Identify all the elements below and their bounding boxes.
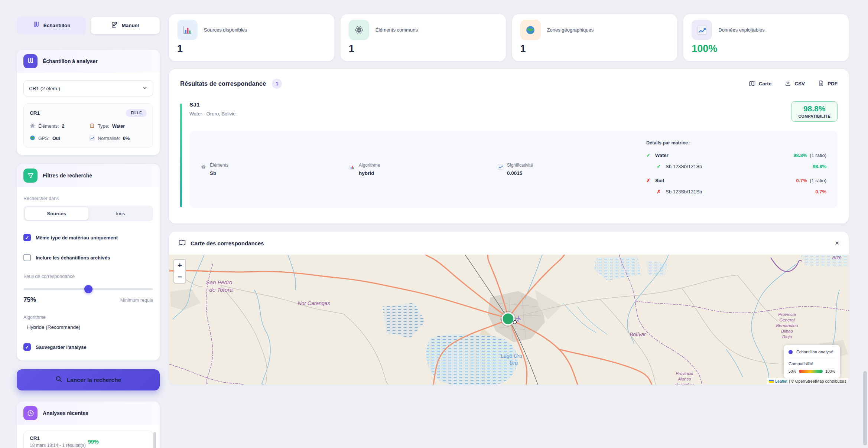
results-card: Résultats de correspondance 1 Carte [169,69,849,223]
field-value: 0% [123,136,130,141]
recent-card: Analyses récentes CR1 18 mars 18:14 - 1 … [17,402,160,448]
archived-checkbox[interactable] [23,254,31,261]
sample-field-normalized: Normalisé: 0% [90,135,147,142]
info-value: hybrid [359,170,380,176]
map-card: Carte des correspondances × [169,232,849,385]
launch-search-button[interactable]: Lancer la recherche [17,369,160,390]
attribution-text: | © OpenStreetMap contributors [789,379,846,383]
scope-tab-tous[interactable]: Tous [88,207,152,220]
map-viewport[interactable]: San Pedro de Totora Nor Carangas Oruro L… [169,255,849,385]
field-label: Type: [98,124,109,129]
zoom-in-button[interactable]: + [174,260,185,271]
recent-scrollbar[interactable] [153,432,156,448]
compatibility-label: COMPATIBILITÉ [798,114,830,118]
filters-card-body: Rechercher dans Sources Tous Même type d… [17,187,160,360]
sample-select[interactable]: CR1 (2 élém.) [23,80,153,97]
info-value: 0.0015 [507,170,533,176]
sample-field-gps: GPS: Oui [30,135,90,142]
match-marker[interactable] [501,311,516,326]
match-result[interactable]: SJ1 Water - Oruro, Bolivie 98.8% COMPATI… [180,101,838,208]
algorithm-select[interactable]: Hybride (Recommande) [27,324,153,330]
matrix-ratio: (1 ratio) [810,153,826,158]
info-label: Significativité [507,163,533,168]
sample-section-title: Échantillon à analyser [43,58,98,64]
stat-card-zones: Zones géographiques 1 [512,14,677,61]
threshold-slider[interactable] [23,285,153,293]
slider-thumb[interactable] [84,285,92,293]
map-attribution: Leaflet | © OpenStreetMap contributors [767,378,849,385]
clock-icon [23,406,38,420]
label-province-right: Bernandino [776,323,798,328]
leaflet-link[interactable]: Leaflet [775,379,787,383]
atom-icon [30,123,35,130]
tab-echantillon[interactable]: Échantillon [17,17,86,34]
matrix-name: Sb 123Sb/121Sb [666,164,702,169]
info-significance: Significativité 0.0015 [498,163,646,176]
label-nor-carangas: Nor Carangas [298,300,330,306]
field-value: 2 [62,124,65,129]
threshold-value: 75% [23,296,36,304]
threshold-label: Seuil de correspondance [23,274,153,279]
sample-card: Échantillon à analyser CR1 (2 élém.) CR1… [17,50,160,155]
matrix-pct: 0.7% [796,178,807,183]
compatibility-score: 98.8% [798,104,830,113]
zoom-out-button[interactable]: − [174,271,185,283]
stat-label: Éléments communs [376,27,418,33]
recent-card-header: Analyses récentes [17,402,160,425]
matrix-row-soil: Soil 0.7% (1 ratio) [646,177,826,183]
info-value: Sb [210,170,228,176]
recent-item-name: CR1 [30,435,86,441]
document-icon [818,80,824,88]
label-lago-1: Lago Uru [501,353,522,359]
map-view-button[interactable]: Carte [749,80,772,88]
sample-marker[interactable] [513,321,517,324]
sample-select-value: CR1 (2 élém.) [29,86,60,91]
info-elements: Éléments Sb [201,163,349,176]
save-checkbox[interactable] [23,343,31,351]
close-icon[interactable]: × [835,239,839,247]
field-value: Water [112,124,125,129]
results-count-badge: 1 [272,79,282,89]
scope-tab-sources[interactable]: Sources [25,207,88,220]
tab-manuel-label: Manuel [121,23,139,28]
matrix-pct: 98.8% [813,164,826,169]
algorithm-label: Algorithme [23,315,153,320]
sample-field-type: Type: Water [90,123,147,130]
stat-value: 1 [349,43,498,55]
match-details-panel: Éléments Sb [189,131,838,208]
map-canvas[interactable]: San Pedro de Totora Nor Carangas Oruro L… [169,255,849,385]
atom-icon [349,20,369,40]
csv-export-button[interactable]: CSV [785,80,805,88]
mode-toggle: Échantillon Manuel [17,17,160,34]
match-subtitle: Water - Oruro, Bolivie [189,111,236,117]
clipboard-icon [90,123,95,130]
search-icon [55,376,62,384]
matrix-details: Détails par matrice : Water 98.8% (1 rat… [646,139,826,200]
sample-name: CR1 [30,110,40,116]
same-type-checkbox[interactable] [23,234,31,241]
recent-item[interactable]: CR1 18 mars 18:14 - 1 résultat(s) 99% [23,431,153,448]
sidebar: Échantillon Manuel Éc [17,17,160,448]
x-icon [646,177,655,183]
funnel-icon [23,169,38,183]
tab-manuel[interactable]: Manuel [91,17,160,34]
recent-list: CR1 18 mars 18:14 - 1 résultat(s) 99% [17,425,160,448]
stat-value: 1 [520,43,669,55]
map-view-label: Carte [759,81,772,86]
recent-item-score: 99% [88,439,99,445]
label-province-right: General [780,318,795,322]
edit-icon [111,22,118,29]
match-accent-bar [180,104,182,207]
stat-card-sources: Sources disponibles 1 [169,14,334,61]
sample-fields: Éléments: 2 Type: [30,123,147,142]
page-scrollbar[interactable] [863,0,867,448]
check-icon [657,163,666,169]
legend-compat-label: Compatibilité [789,362,835,366]
csv-export-label: CSV [794,81,805,86]
label-province-bottom: Provincia [676,371,693,376]
pdf-export-label: PDF [828,81,838,86]
map-title: Carte des correspondances [191,240,264,246]
page-scrollbar-thumb[interactable] [863,371,867,445]
pdf-export-button[interactable]: PDF [818,80,838,88]
bar-chart-icon [177,20,198,40]
